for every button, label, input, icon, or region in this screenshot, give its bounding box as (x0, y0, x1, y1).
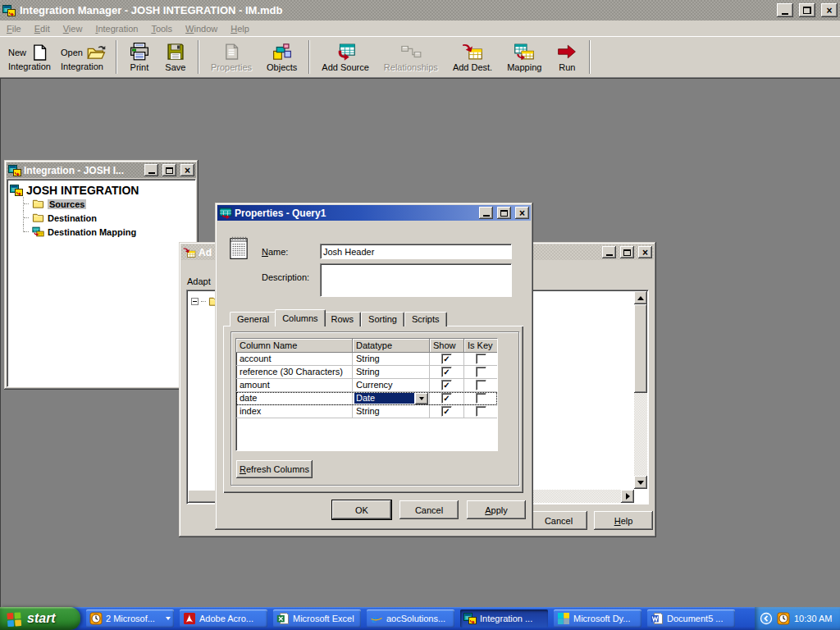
description-input[interactable] (320, 263, 512, 297)
tree-root-node[interactable]: JOSH INTEGRATION (10, 184, 193, 197)
grid-row-date[interactable]: dateDate✓ (236, 392, 497, 405)
grid-row-reference-30-Characters-[interactable]: reference (30 Characters)String✓ (236, 366, 497, 379)
integration-root-icon (10, 184, 23, 197)
menu-window[interactable]: Window (179, 22, 224, 35)
start-label: start (27, 611, 56, 626)
adapter-close-button[interactable]: × (638, 246, 652, 258)
datatype-selected-value: Date (354, 393, 414, 404)
tree-minimize-button[interactable] (144, 164, 158, 176)
adapter-help-button[interactable]: Help (594, 511, 653, 530)
toolbar-new-integration-button[interactable]: NewIntegration (3, 39, 56, 75)
tab-columns[interactable]: Columns (275, 309, 325, 326)
taskbar-button-adobe-acro[interactable]: Adobe Acro... (180, 609, 267, 628)
show-checkbox[interactable]: ✓ (441, 380, 452, 390)
tree-collapse-icon[interactable] (191, 298, 199, 305)
grid-row-account[interactable]: accountString✓ (236, 353, 497, 366)
cancel-button[interactable]: Cancel (399, 500, 459, 519)
taskbar-button-microsoft-excel[interactable]: Microsoft Excel (273, 609, 361, 628)
datatype-cell[interactable]: Currency (353, 379, 430, 392)
vertical-scrollbar[interactable] (634, 291, 647, 489)
toolbar-add-dest-button[interactable]: Add Dest. (445, 39, 500, 75)
toolbar-objects-button[interactable]: Objects (259, 39, 304, 75)
adapter-cancel-button[interactable]: Cancel (530, 511, 587, 530)
close-button[interactable]: × (821, 3, 838, 17)
is-key-checkbox[interactable] (476, 393, 486, 404)
tab-scripts[interactable]: Scripts (404, 312, 447, 326)
is-key-checkbox[interactable] (476, 406, 486, 417)
menu-file[interactable]: File (0, 22, 28, 35)
grid-row-amount[interactable]: amountCurrency✓ (236, 379, 497, 392)
dialog-close-button[interactable]: × (515, 207, 529, 219)
tree-item-label: Destination (48, 213, 97, 223)
taskbar-button-aocsolutions[interactable]: eaocSolutions... (367, 609, 454, 628)
taskbar-button-integration[interactable]: Integration ... (460, 609, 548, 628)
menu-integration[interactable]: Integration (89, 22, 144, 35)
tray-clock-icon[interactable] (777, 612, 790, 625)
show-checkbox[interactable]: ✓ (441, 367, 452, 377)
grid-row-index[interactable]: indexString✓ (236, 405, 497, 418)
is-key-checkbox[interactable] (476, 354, 486, 364)
tree-item-destination[interactable]: Destination (18, 211, 193, 225)
adapter-maximize-button[interactable] (620, 246, 634, 258)
is-key-checkbox-cell (464, 366, 498, 379)
datatype-combobox[interactable]: Date (353, 392, 430, 405)
tab-rows[interactable]: Rows (324, 312, 362, 326)
scroll-up-button[interactable] (634, 291, 647, 304)
dialog-minimize-button[interactable] (479, 207, 493, 219)
toolbar-save-button[interactable]: Save (158, 39, 194, 75)
tree-root-label: JOSH INTEGRATION (26, 184, 139, 197)
datatype-cell[interactable]: String (353, 405, 430, 418)
toolbar-print-button[interactable]: Print (121, 39, 158, 75)
scroll-down-button[interactable] (634, 476, 647, 489)
taskbar-button-label: 2 Microsof... (106, 614, 155, 623)
column-name-cell[interactable]: date (236, 392, 353, 405)
scroll-right-button[interactable] (621, 490, 634, 503)
chevron-left-icon[interactable] (760, 612, 773, 625)
tree-item-destination-mapping[interactable]: Destination Mapping (18, 225, 193, 239)
show-checkbox[interactable]: ✓ (441, 406, 452, 417)
is-key-checkbox[interactable] (476, 367, 486, 377)
toolbar-mapping-button[interactable]: Mapping (500, 39, 549, 75)
add-dest-icon (462, 43, 483, 61)
tree-connector (18, 225, 29, 239)
refresh-columns-button[interactable]: Refresh Columns (236, 460, 313, 478)
start-button[interactable]: start (0, 607, 80, 630)
taskbar-button-microsoft-dy[interactable]: Microsoft Dy... (554, 609, 641, 628)
restore-button[interactable] (799, 3, 815, 17)
toolbar-open-integration-button[interactable]: OpenIntegration (56, 39, 112, 75)
taskbar-button-document5[interactable]: Document5 ... (647, 609, 735, 628)
dialog-maximize-button[interactable] (497, 207, 511, 219)
adapter-minimize-button[interactable] (602, 246, 616, 258)
datatype-cell[interactable]: String (353, 353, 430, 366)
menu-edit[interactable]: Edit (28, 22, 57, 35)
menu-tools[interactable]: Tools (144, 22, 179, 35)
column-name-cell[interactable]: account (236, 353, 353, 366)
column-name-cell[interactable]: reference (30 Characters) (236, 366, 353, 379)
printer-icon (129, 43, 150, 61)
column-name-cell[interactable]: amount (236, 379, 353, 392)
combo-dropdown-button[interactable] (415, 393, 428, 404)
open-folder-icon (85, 43, 107, 62)
menu-help[interactable]: Help (224, 22, 256, 35)
toolbar-run-button[interactable]: Run (549, 39, 585, 75)
vertical-scroll-thumb[interactable] (634, 304, 647, 393)
name-input[interactable] (320, 244, 512, 259)
apply-button[interactable]: Apply (467, 500, 526, 519)
taskbar-group-dropdown-icon[interactable] (166, 617, 171, 620)
tree-maximize-button[interactable] (162, 164, 176, 176)
is-key-checkbox[interactable] (476, 380, 486, 390)
column-name-cell[interactable]: index (236, 405, 353, 418)
ok-button[interactable]: OK (332, 500, 391, 519)
datatype-cell[interactable]: String (353, 366, 430, 379)
tab-sorting[interactable]: Sorting (361, 312, 404, 326)
toolbar-add-source-button[interactable]: Add Source (314, 39, 376, 75)
tree-item-sources[interactable]: Sources (18, 197, 193, 211)
menu-view[interactable]: View (57, 22, 89, 35)
taskbar-button-label: Microsoft Excel (293, 614, 354, 623)
minimize-button[interactable] (777, 3, 793, 17)
taskbar-button-2-microsof[interactable]: 2 Microsof... (86, 609, 174, 628)
tree-close-button[interactable]: × (180, 164, 194, 176)
tab-general[interactable]: General (230, 312, 276, 326)
show-checkbox[interactable]: ✓ (441, 393, 452, 404)
show-checkbox[interactable]: ✓ (441, 354, 452, 364)
